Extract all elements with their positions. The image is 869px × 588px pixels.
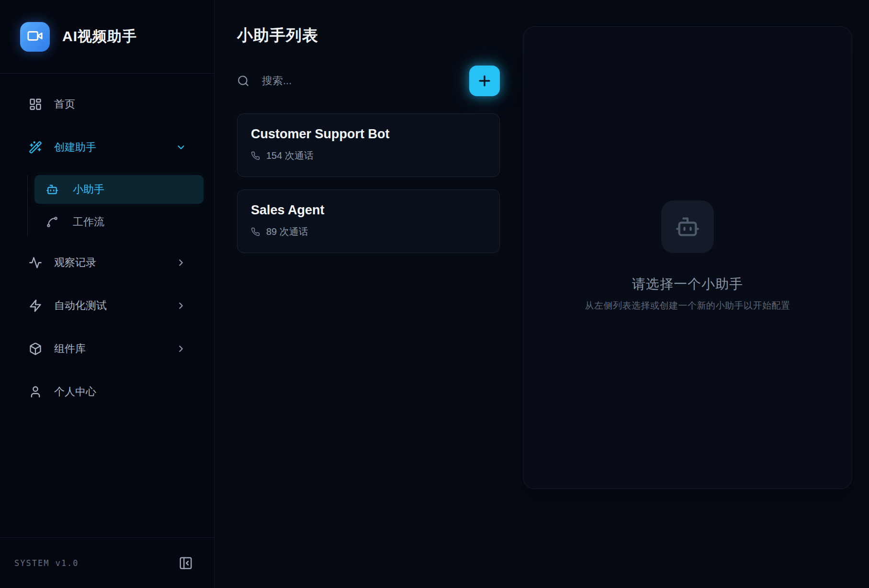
chevron-right-icon xyxy=(176,344,186,354)
empty-state-subtitle: 从左侧列表选择或创建一个新的小助手以开始配置 xyxy=(585,300,790,312)
app-title: AI视频助手 xyxy=(62,27,137,46)
bot-icon xyxy=(675,214,700,239)
search-row xyxy=(237,66,500,96)
assistant-detail-panel: 请选择一个小助手 从左侧列表选择或创建一个新的小助手以开始配置 xyxy=(523,26,852,489)
sidebar-collapse-button[interactable] xyxy=(179,556,193,570)
assistant-list-panel: 小助手列表 Customer Support Bot xyxy=(214,0,517,588)
app-root: AI视频助手 首页 创建助手 xyxy=(0,0,869,588)
system-version: SYSTEM v1.0 xyxy=(14,558,79,568)
sidebar-footer: SYSTEM v1.0 xyxy=(0,537,214,588)
box-icon xyxy=(29,342,42,355)
app-logo xyxy=(20,22,50,52)
assistant-meta: 154 次通话 xyxy=(251,149,486,162)
sidebar-item-label: 个人中心 xyxy=(54,385,96,399)
add-assistant-button[interactable] xyxy=(469,66,500,96)
video-camera-icon xyxy=(27,28,43,46)
assistant-list: Customer Support Bot 154 次通话 Sales Agent xyxy=(237,113,500,253)
search-input[interactable] xyxy=(262,75,460,87)
sidebar-item-create-assistant[interactable]: 创建助手 xyxy=(11,134,203,161)
sidebar-item-records[interactable]: 观察记录 xyxy=(11,249,203,276)
phone-icon xyxy=(251,151,260,160)
plus-icon xyxy=(476,73,493,89)
chevron-right-icon xyxy=(176,300,186,311)
assistant-name: Customer Support Bot xyxy=(251,127,486,142)
bot-icon xyxy=(46,183,58,196)
sidebar-item-label: 自动化测试 xyxy=(54,299,107,313)
sidebar-item-label: 观察记录 xyxy=(54,255,96,270)
sidebar-item-label: 创建助手 xyxy=(54,140,96,155)
chevron-right-icon xyxy=(176,257,186,268)
sidebar-item-profile[interactable]: 个人中心 xyxy=(11,378,203,405)
search-icon xyxy=(237,75,249,87)
panel-left-close-icon xyxy=(179,556,193,570)
sidebar-header: AI视频助手 xyxy=(0,0,214,74)
chevron-down-icon xyxy=(176,142,186,153)
assistant-card[interactable]: Customer Support Bot 154 次通话 xyxy=(237,113,500,177)
search-box xyxy=(237,75,460,87)
sidebar-submenu-create: 小助手 工作流 xyxy=(27,175,203,236)
sidebar-group-create: 创建助手 小助手 xyxy=(0,134,214,236)
empty-state: 请选择一个小助手 从左侧列表选择或创建一个新的小助手以开始配置 xyxy=(585,200,790,312)
workflow-spline-icon xyxy=(46,216,58,228)
sidebar-item-label: 组件库 xyxy=(54,342,86,356)
sidebar-item-label: 小助手 xyxy=(73,182,104,197)
sidebar-item-workflow[interactable]: 工作流 xyxy=(34,208,203,236)
bot-badge xyxy=(661,200,714,253)
sidebar: AI视频助手 首页 创建助手 xyxy=(0,0,214,588)
sidebar-item-home[interactable]: 首页 xyxy=(11,91,203,118)
assistant-name: Sales Agent xyxy=(251,203,486,218)
empty-state-title: 请选择一个小助手 xyxy=(632,275,743,293)
assistant-call-count: 89 次通话 xyxy=(266,225,308,238)
dashboard-icon xyxy=(29,98,42,111)
assistant-meta: 89 次通话 xyxy=(251,225,486,238)
sidebar-item-label: 工作流 xyxy=(73,215,104,229)
user-icon xyxy=(29,385,42,399)
sidebar-item-testing[interactable]: 自动化测试 xyxy=(11,292,203,319)
zap-icon xyxy=(29,299,42,312)
assistant-call-count: 154 次通话 xyxy=(266,149,314,162)
activity-icon xyxy=(29,256,42,269)
sidebar-item-components[interactable]: 组件库 xyxy=(11,335,203,362)
assistant-card[interactable]: Sales Agent 89 次通话 xyxy=(237,189,500,253)
main-area: 小助手列表 Customer Support Bot xyxy=(214,0,869,588)
sidebar-nav: 首页 创建助手 xyxy=(0,74,214,537)
phone-icon xyxy=(251,227,260,236)
magic-wand-icon xyxy=(29,141,42,154)
sidebar-item-assistants[interactable]: 小助手 xyxy=(34,175,203,204)
page-title: 小助手列表 xyxy=(237,25,500,46)
sidebar-item-label: 首页 xyxy=(54,97,75,111)
